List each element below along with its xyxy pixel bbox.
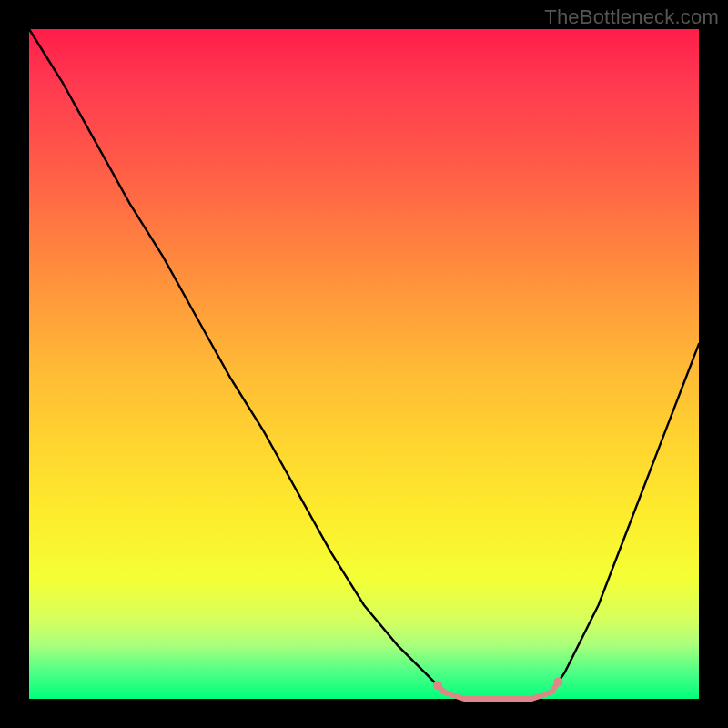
highlight-dot-right [553,678,562,687]
watermark-text: TheBottleneck.com [544,5,719,29]
plot-area [29,29,699,699]
highlight-dot-left [433,681,442,690]
bottleneck-curve [29,29,699,699]
outer-frame: TheBottleneck.com [0,0,728,728]
highlight-segment [438,682,558,699]
curve-layer [29,29,699,699]
